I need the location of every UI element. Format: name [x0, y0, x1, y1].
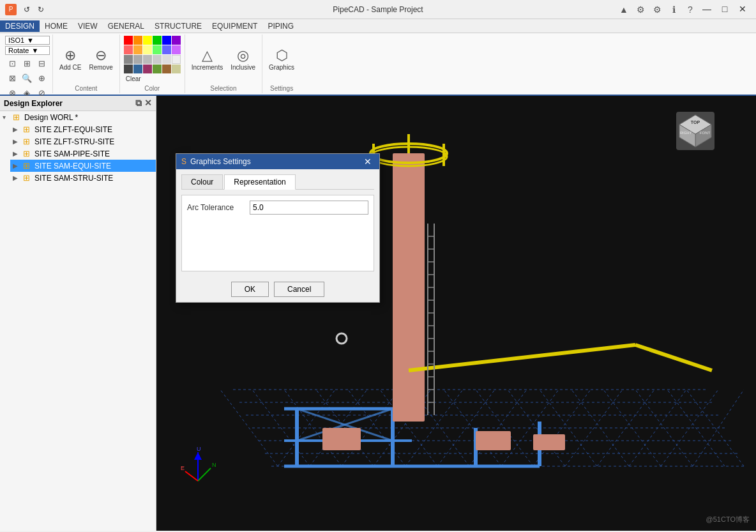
dialog-tab-colour[interactable]: Colour [181, 174, 223, 189]
svg-rect-57 [322, 428, 361, 450]
menu-design[interactable]: DESIGN [0, 20, 40, 32]
swatch-blue[interactable] [162, 36, 171, 45]
inclusive-button[interactable]: ◎ Inclusive [228, 41, 258, 79]
swatch-lightpurple[interactable] [172, 45, 181, 54]
tree-item-sam-equi[interactable]: ▶ ⊞ SITE SAM-EQUI-SITE [10, 160, 156, 172]
title-bar: P ↺ ↻ PipeCAD - Sample Project ▲ ⚙ ⚙ ℹ ?… [0, 0, 756, 19]
menu-general[interactable]: GENERAL [103, 20, 149, 32]
graphics-icon: ⬡ [276, 49, 288, 63]
tree-expand-icon3[interactable]: ▶ [13, 138, 22, 145]
swatch-gray4[interactable] [153, 55, 162, 64]
swatch-dark5[interactable] [162, 65, 171, 73]
tree-expand-icon6[interactable]: ▶ [13, 174, 22, 181]
svg-text:TOP: TOP [691, 120, 700, 125]
tree-expand-icon[interactable]: ▾ [3, 114, 11, 121]
redo-button[interactable]: ↻ [34, 3, 47, 16]
view-btn-1[interactable]: ⊡ [5, 56, 19, 70]
quick-access-toolbar: ↺ ↻ [20, 3, 47, 16]
question-icon[interactable]: ? [683, 3, 697, 17]
view-btn-3[interactable]: ⊟ [34, 56, 49, 70]
swatch-dark4[interactable] [153, 65, 162, 73]
tree-item-zlft-stru[interactable]: ▶ ⊞ SITE ZLFT-STRU-SITE [10, 135, 156, 148]
menu-home[interactable]: HOME [40, 20, 73, 32]
swatch-dark2[interactable] [133, 65, 142, 73]
swatch-gray6[interactable] [172, 55, 181, 64]
swatch-dark3[interactable] [143, 65, 152, 73]
swatch-red[interactable] [124, 36, 133, 45]
tree-expand-icon5[interactable]: ▶ [13, 162, 22, 169]
up-icon[interactable]: ▲ [617, 3, 631, 17]
settings-content: ⬡ Graphics [266, 36, 297, 84]
close-sidebar-button[interactable]: ✕ [144, 98, 152, 109]
tree-node-icon4: ⊞ [23, 149, 33, 158]
svg-text:U: U [197, 446, 201, 452]
menu-view[interactable]: VIEW [73, 20, 103, 32]
swatch-purple[interactable] [172, 36, 181, 45]
design-explorer: Design Explorer ⧉ ✕ ▾ ⊞ Design WORL * ▶ … [0, 96, 156, 531]
iso-combobox[interactable]: ISO1 ▼ [5, 36, 50, 45]
tree-item-sam-pipe[interactable]: ▶ ⊞ SITE SAM-PIPE-SITE [10, 148, 156, 160]
swatch-yellow[interactable] [143, 36, 152, 45]
tree-node-icon: ⊞ [13, 112, 23, 122]
ribbon: ISO1 ▼ Rotate ▼ ⊡ ⊞ ⊟ ⊠ 🔍 ⊕ ⊗ ◈ ⊘ View [0, 33, 756, 96]
menu-bar: DESIGN HOME VIEW GENERAL STRUCTURE EQUIP… [0, 19, 756, 33]
tree-node-icon2: ⊞ [23, 125, 33, 134]
swatch-gray1[interactable] [124, 55, 133, 64]
dialog-close-button[interactable]: ✕ [361, 156, 374, 167]
help-icons: ▲ ⚙ ⚙ ℹ ? [617, 3, 697, 17]
arc-tolerance-input[interactable] [250, 201, 368, 215]
rotate-combobox[interactable]: Rotate ▼ [5, 46, 50, 55]
tree-item-design-worl[interactable]: ▾ ⊞ Design WORL * [0, 111, 156, 123]
swatch-gray3[interactable] [143, 55, 152, 64]
svg-text:RIGHT: RIGHT [680, 131, 692, 135]
inclusive-label: Inclusive [231, 64, 255, 71]
3d-viewport[interactable]: TOP FONT RIGHT U N E [156, 96, 756, 531]
swatch-dark1[interactable] [124, 65, 133, 73]
menu-piping[interactable]: PIPING [262, 20, 299, 32]
swatch-lightorange[interactable] [133, 45, 142, 54]
cancel-button[interactable]: Cancel [274, 282, 324, 297]
chevron-down-icon: ▼ [27, 36, 34, 44]
chevron-down-icon2: ▼ [31, 47, 38, 54]
close-button[interactable]: ✕ [734, 3, 751, 15]
swatch-lightred[interactable] [124, 45, 133, 54]
graphics-settings-button[interactable]: ⬡ Graphics [266, 41, 297, 79]
maximize-button[interactable]: □ [716, 3, 733, 15]
dialog-footer: OK Cancel [176, 277, 379, 302]
menu-equipment[interactable]: EQUIPMENT [207, 20, 262, 32]
tree-expand-icon2[interactable]: ▶ [13, 126, 22, 133]
clear-button[interactable]: Clear [124, 75, 143, 83]
view-btn-6[interactable]: ⊕ [34, 71, 49, 85]
gear-icon[interactable]: ⚙ [650, 3, 664, 17]
color-swatches [124, 36, 181, 73]
restore-button[interactable]: ⧉ [135, 98, 142, 109]
swatch-gray5[interactable] [162, 55, 171, 64]
dialog-tab-representation[interactable]: Representation [224, 174, 295, 190]
view-btn-4[interactable]: ⊠ [5, 71, 19, 85]
color-content: Clear [124, 36, 181, 84]
swatch-lightyellow[interactable] [143, 45, 152, 54]
settings2-icon[interactable]: ⚙ [633, 3, 647, 17]
swatch-orange[interactable] [133, 36, 142, 45]
view-btn-5[interactable]: 🔍 [20, 71, 34, 85]
minimize-button[interactable]: — [699, 3, 715, 15]
swatch-dark6[interactable] [172, 65, 181, 73]
menu-structure[interactable]: STRUCTURE [149, 20, 207, 32]
rotate-value: Rotate [8, 47, 29, 54]
tree-expand-icon4[interactable]: ▶ [13, 150, 22, 157]
add-ce-button[interactable]: ⊕ Add CE [57, 41, 84, 79]
swatch-lightblue[interactable] [162, 45, 171, 54]
undo-button[interactable]: ↺ [20, 3, 33, 16]
ok-button[interactable]: OK [231, 282, 269, 297]
tree-item-zlft-equi[interactable]: ▶ ⊞ SITE ZLFT-EQUI-SITE [10, 123, 156, 135]
increments-button[interactable]: △ Increments [189, 41, 225, 79]
swatch-green[interactable] [153, 36, 162, 45]
remove-button[interactable]: ⊖ Remove [86, 41, 115, 79]
tree-item-sam-stru[interactable]: ▶ ⊞ SITE SAM-STRU-SITE [10, 172, 156, 184]
main-layout: Design Explorer ⧉ ✕ ▾ ⊞ Design WORL * ▶ … [0, 96, 756, 531]
info-icon[interactable]: ℹ [667, 3, 681, 17]
swatch-gray2[interactable] [133, 55, 142, 64]
view-btn-2[interactable]: ⊞ [20, 56, 34, 70]
increments-label: Increments [192, 64, 223, 71]
swatch-lightgreen[interactable] [153, 45, 162, 54]
